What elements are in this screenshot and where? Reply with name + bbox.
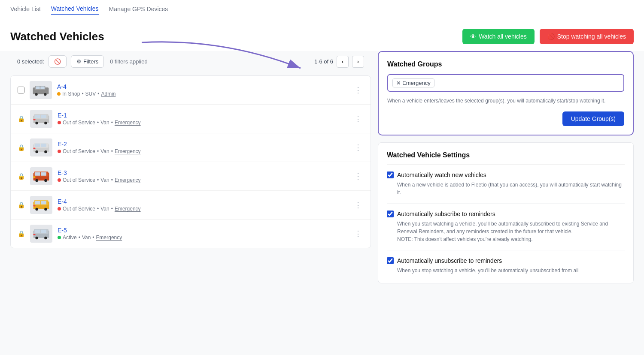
toolbar: 0 selected: 🚫 ⚙ Filters 0 filters applie… [10,51,371,72]
header-actions: 👁 Watch all vehicles 🚫 Stop watching all… [462,29,634,44]
table-row: A-4 In Shop • SUV • Admin ⋮ [11,76,371,105]
svg-point-18 [35,150,38,153]
left-panel: 0 selected: 🚫 ⚙ Filters 0 filters applie… [10,51,371,340]
vehicle-name[interactable]: A-4 [57,83,347,90]
status-dot [58,236,61,239]
vehicle-name[interactable]: E-2 [58,141,347,147]
svg-rect-13 [33,119,36,120]
svg-rect-38 [41,230,46,233]
svg-rect-41 [33,234,36,235]
vehicle-name[interactable]: E-1 [58,112,347,119]
auto-unsubscribe-desc: When you stop watching a vehicle, you'll… [387,267,625,274]
svg-point-40 [44,237,47,239]
svg-point-11 [35,122,38,124]
auto-unsubscribe-checkbox[interactable] [387,257,394,264]
svg-rect-20 [33,147,36,149]
vehicle-menu-button[interactable]: ⋮ [352,227,364,240]
vehicle-details: Out of Service • Van • Emergency [58,120,347,126]
vehicle-image [30,196,52,214]
auto-watch-checkbox[interactable] [387,171,394,178]
emergency-tag: ✕ Emergency [392,78,434,87]
filters-applied: 0 filters applied [110,58,147,65]
svg-point-3 [35,93,37,96]
vehicle-details: Out of Service • Van • Emergency [58,206,347,212]
status-dot [57,92,61,96]
nav-manage-gps[interactable]: Manage GPS Devices [109,6,168,14]
settings-title: Watched Vehicle Settings [387,151,625,165]
svg-rect-10 [41,115,46,118]
setting-auto-subscribe: Automatically subscribe to reminders Whe… [387,211,625,250]
group-description: When a vehicle enters/leaves the selecte… [387,97,624,105]
vehicle-image [30,167,52,185]
svg-rect-37 [35,230,40,233]
vehicle-menu-button[interactable]: ⋮ [352,84,364,96]
update-groups-button[interactable]: Update Group(s) [562,111,624,126]
status-dot [58,207,61,211]
lock-icon: 🔒 [18,202,25,208]
vehicle-image [30,138,52,156]
lock-icon: 🔒 [18,173,25,180]
watched-groups-title: Watched Groups [387,60,624,68]
svg-rect-24 [41,172,46,176]
pagination-count: 1-6 of 6 [314,58,333,65]
stop-watching-all-button[interactable]: 🚫 Stop watching all vehicles [540,29,634,44]
watch-all-button[interactable]: 👁 Watch all vehicles [462,29,535,44]
tag-label: Emergency [402,80,431,86]
next-page-button[interactable]: › [352,56,364,68]
table-row: 🔒 E-1 Out of [11,105,371,133]
svg-rect-6 [40,87,45,89]
svg-rect-9 [35,115,40,118]
svg-rect-31 [41,201,46,205]
vehicle-checkbox[interactable] [18,87,24,93]
vehicle-name[interactable]: E-5 [58,227,347,234]
hide-button[interactable]: 🚫 [49,55,67,68]
svg-point-33 [44,208,47,211]
vehicle-list: A-4 In Shop • SUV • Admin ⋮ 🔒 [10,75,371,248]
tag-remove-button[interactable]: ✕ [396,80,401,86]
nav-vehicle-list[interactable]: Vehicle List [10,6,41,14]
vehicle-image [30,225,52,243]
hide-icon: 🚫 [54,58,61,65]
settings-card: Watched Vehicle Settings Automatically w… [378,142,634,283]
vehicle-name[interactable]: E-3 [58,169,347,176]
vehicle-name[interactable]: E-4 [58,198,347,205]
setting-auto-unsubscribe: Automatically unsubscribe to reminders W… [387,257,625,274]
svg-point-26 [44,179,47,182]
vehicle-menu-button[interactable]: ⋮ [352,141,364,154]
eye-slash-icon: 🚫 [547,33,555,40]
nav-watched-vehicles[interactable]: Watched Vehicles [51,5,99,15]
setting-header: Automatically unsubscribe to reminders [387,257,625,264]
auto-watch-label: Automatically watch new vehicles [397,171,486,178]
lock-icon: 🔒 [18,230,25,237]
right-panel: Watched Groups ✕ Emergency When a vehicl… [378,51,634,340]
vehicle-details: Out of Service • Van • Emergency [58,148,347,154]
vehicle-menu-button[interactable]: ⋮ [352,112,364,125]
auto-subscribe-checkbox[interactable] [387,211,394,217]
svg-point-32 [35,208,38,211]
table-row: 🔒 E-2 Out of [11,133,371,162]
group-input[interactable]: ✕ Emergency [387,74,624,92]
svg-rect-16 [35,144,40,147]
vehicle-details: Active • Van • Emergency [58,235,347,241]
svg-rect-5 [36,87,40,89]
auto-subscribe-desc: When you start watching a vehicle, you'l… [387,220,625,243]
svg-rect-27 [33,176,36,178]
vehicle-info: E-2 Out of Service • Van • Emergency [58,141,347,154]
setting-auto-watch: Automatically watch new vehicles When a … [387,171,625,204]
filters-button[interactable]: ⚙ Filters [71,55,104,68]
eye-icon: 👁 [470,33,476,40]
svg-point-4 [44,93,46,96]
vehicle-info: E-5 Active • Van • Emergency [58,227,347,241]
watched-groups-card: Watched Groups ✕ Emergency When a vehicl… [378,51,634,135]
page-title: Watched Vehicles [10,30,104,43]
svg-point-19 [44,150,47,153]
vehicle-menu-button[interactable]: ⋮ [352,199,364,211]
status-dot [58,121,61,124]
vehicle-menu-button[interactable]: ⋮ [352,170,364,183]
prev-page-button[interactable]: ‹ [337,56,349,68]
vehicle-details: Out of Service • Van • Emergency [58,177,347,183]
lock-icon: 🔒 [18,115,25,122]
setting-header: Automatically watch new vehicles [387,171,625,178]
status-dot [58,150,61,153]
table-row: 🔒 E-4 Out of [11,191,371,220]
